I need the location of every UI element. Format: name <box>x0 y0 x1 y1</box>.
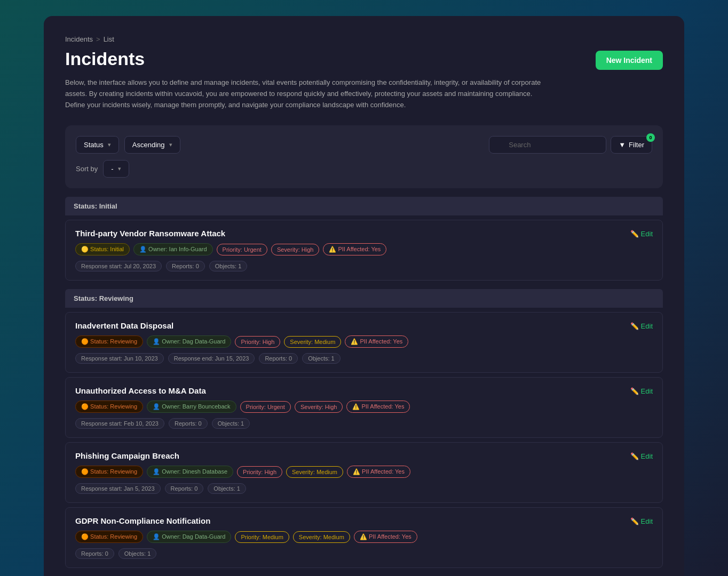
sort-by-value: - <box>111 165 113 173</box>
meta-objects: Objects: 1 <box>209 261 248 271</box>
edit-button[interactable]: ✏️ Edit <box>630 451 653 460</box>
incident-card-1-3: GDPR Non-Compliance Notification 🟠 Statu… <box>65 507 663 568</box>
incident-card-1-1: Unauthorized Access to M&A Data 🟠 Status… <box>65 377 663 438</box>
priority-tag: Priority: High <box>237 466 282 478</box>
filters-panel: Status ▾ Ascending ▾ 🔍 ▼ Filter 0 <box>65 125 663 188</box>
meta-row: Response start: Feb 10, 2023Reports: 0Ob… <box>75 418 630 429</box>
breadcrumb-separator: > <box>96 35 100 43</box>
status-tag: 🟠 Status: Reviewing <box>75 466 143 478</box>
edit-button[interactable]: ✏️ Edit <box>630 229 653 238</box>
incident-content: Phishing Campaign Breach 🟠 Status: Revie… <box>75 451 630 494</box>
owner-tag: 👤 Owner: Dinesh Database <box>147 466 233 478</box>
breadcrumb: Incidents > List <box>65 35 663 43</box>
meta-response-start: Response start: Feb 10, 2023 <box>75 418 164 429</box>
group-by-chevron-icon: ▾ <box>108 141 111 148</box>
owner-tag: 👤 Owner: Barry Bounceback <box>147 401 236 413</box>
severity-tag: Severity: Medium <box>286 466 343 478</box>
breadcrumb-current: List <box>104 35 114 43</box>
meta-objects: Objects: 1 <box>208 483 246 494</box>
status-tag: 🟠 Status: Reviewing <box>75 335 143 348</box>
pii-tag: ⚠️ PII Affected: Yes <box>347 466 410 478</box>
page-description: Below, the interface allows you to defin… <box>65 77 545 110</box>
meta-response-start: Response start: Jan 5, 2023 <box>75 483 161 494</box>
tags-row: 🟠 Status: Reviewing 👤 Owner: Dinesh Data… <box>75 466 630 478</box>
tags-row: 🟠 Status: Reviewing 👤 Owner: Dag Data-Gu… <box>75 335 630 348</box>
meta-row: Response start: Jun 10, 2023Response end… <box>75 353 630 364</box>
edit-button[interactable]: ✏️ Edit <box>630 386 653 395</box>
edit-button[interactable]: ✏️ Edit <box>630 516 653 525</box>
incident-row: Phishing Campaign Breach 🟠 Status: Revie… <box>75 451 653 494</box>
owner-tag: 👤 Owner: Dag Data-Guard <box>147 531 231 543</box>
new-incident-button[interactable]: New Incident <box>596 51 663 70</box>
filter-row-1: Status ▾ Ascending ▾ 🔍 ▼ Filter 0 <box>76 136 652 154</box>
sort-by-dropdown[interactable]: - ▾ <box>103 160 129 178</box>
meta-row: Response start: Jan 5, 2023Reports: 0Obj… <box>75 483 630 494</box>
priority-tag: Priority: High <box>235 336 280 348</box>
sort-by-chevron-icon: ▾ <box>118 165 121 172</box>
group-by-dropdown[interactable]: Status ▾ <box>76 136 119 154</box>
order-chevron-icon: ▾ <box>169 141 172 148</box>
incident-row: Inadvertent Data Disposal 🟠 Status: Revi… <box>75 321 653 364</box>
filter-count-badge: 0 <box>646 133 655 142</box>
meta-row: Response start: Jul 20, 2023Reports: 0Ob… <box>75 261 630 271</box>
meta-reports: Reports: 0 <box>259 353 298 364</box>
edit-button[interactable]: ✏️ Edit <box>630 321 653 330</box>
filter-row-2: Sort by - ▾ <box>76 160 652 178</box>
filter-label: Filter <box>629 141 644 149</box>
section-header-1: Status: Reviewing <box>65 289 663 308</box>
incident-title: Unauthorized Access to M&A Data <box>75 386 630 395</box>
page-header: Incidents New Incident <box>65 49 663 70</box>
main-card: Incidents > List Incidents New Incident … <box>44 16 684 576</box>
meta-objects: Objects: 1 <box>212 418 250 429</box>
severity-tag: Severity: High <box>271 244 319 255</box>
meta-response-start: Response start: Jul 20, 2023 <box>75 261 162 271</box>
severity-tag: Severity: Medium <box>284 336 341 348</box>
pii-tag: ⚠️ PII Affected: Yes <box>346 401 410 413</box>
filter-icon: ▼ <box>619 141 626 149</box>
incident-content: Inadvertent Data Disposal 🟠 Status: Revi… <box>75 321 630 364</box>
tags-row: 🟡 Status: Initial 👤 Owner: Ian Info-Guar… <box>75 243 630 255</box>
tags-row: 🟠 Status: Reviewing 👤 Owner: Dag Data-Gu… <box>75 531 630 543</box>
incident-card-1-2: Phishing Campaign Breach 🟠 Status: Revie… <box>65 442 663 503</box>
severity-tag: Severity: Medium <box>293 531 350 543</box>
incident-card-0-0: Third-party Vendor Ransomware Attack 🟡 S… <box>65 220 663 281</box>
search-input[interactable] <box>489 136 606 154</box>
status-tag: 🟠 Status: Reviewing <box>75 401 143 413</box>
search-wrapper: 🔍 ▼ Filter 0 <box>489 136 652 154</box>
search-container: 🔍 <box>489 136 606 154</box>
incident-row: Unauthorized Access to M&A Data 🟠 Status… <box>75 386 653 429</box>
meta-reports: Reports: 0 <box>75 548 114 559</box>
meta-reports: Reports: 0 <box>169 418 208 429</box>
priority-tag: Priority: Urgent <box>217 244 267 255</box>
sections-container: Status: Initial Third-party Vendor Ranso… <box>65 197 663 568</box>
section-header-0: Status: Initial <box>65 197 663 215</box>
meta-reports: Reports: 0 <box>165 483 204 494</box>
severity-tag: Severity: High <box>295 401 343 413</box>
incident-content: Third-party Vendor Ransomware Attack 🟡 S… <box>75 229 630 271</box>
incident-content: Unauthorized Access to M&A Data 🟠 Status… <box>75 386 630 429</box>
meta-response-end: Response end: Jun 15, 2023 <box>168 353 255 364</box>
status-tag: 🟡 Status: Initial <box>75 243 130 255</box>
group-by-label: Status <box>84 141 104 149</box>
sort-by-label: Sort by <box>76 165 98 173</box>
incident-row: Third-party Vendor Ransomware Attack 🟡 S… <box>75 229 653 271</box>
order-dropdown[interactable]: Ascending ▾ <box>124 136 180 154</box>
incident-content: GDPR Non-Compliance Notification 🟠 Statu… <box>75 516 630 559</box>
pii-tag: ⚠️ PII Affected: Yes <box>354 531 417 543</box>
incident-title: Third-party Vendor Ransomware Attack <box>75 229 630 238</box>
incident-row: GDPR Non-Compliance Notification 🟠 Statu… <box>75 516 653 559</box>
meta-row: Reports: 0Objects: 1 <box>75 548 630 559</box>
breadcrumb-root: Incidents <box>65 35 93 43</box>
meta-reports: Reports: 0 <box>166 261 205 271</box>
owner-tag: 👤 Owner: Ian Info-Guard <box>133 243 213 255</box>
filter-left-group: Status ▾ Ascending ▾ <box>76 136 180 154</box>
incident-title: GDPR Non-Compliance Notification <box>75 516 630 525</box>
tags-row: 🟠 Status: Reviewing 👤 Owner: Barry Bounc… <box>75 401 630 413</box>
pii-tag: ⚠️ PII Affected: Yes <box>323 243 386 255</box>
meta-response-start: Response start: Jun 10, 2023 <box>75 353 164 364</box>
filter-button[interactable]: ▼ Filter 0 <box>611 136 652 154</box>
incident-card-1-0: Inadvertent Data Disposal 🟠 Status: Revi… <box>65 312 663 373</box>
order-label: Ascending <box>132 141 165 149</box>
page-title: Incidents <box>65 49 145 69</box>
status-tag: 🟠 Status: Reviewing <box>75 531 143 543</box>
